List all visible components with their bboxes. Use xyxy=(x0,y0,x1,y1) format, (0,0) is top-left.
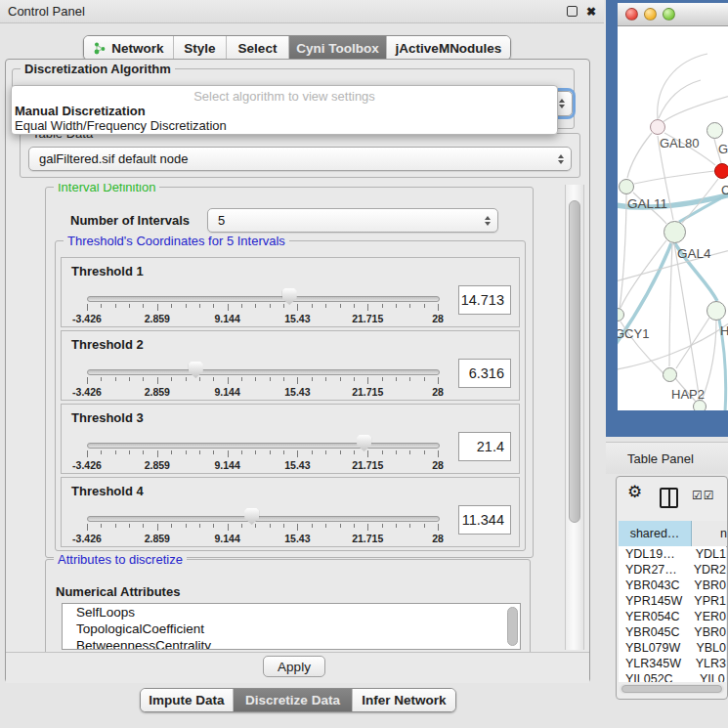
slider-tick-label: 2.859 xyxy=(145,386,170,398)
tab-style[interactable]: Style xyxy=(174,36,227,60)
threshold-value-field[interactable]: 14.713 xyxy=(458,285,511,315)
number-of-intervals-select[interactable]: 5 xyxy=(207,208,498,233)
threshold-slider-thumb[interactable] xyxy=(282,288,297,305)
slider-tick xyxy=(241,524,242,528)
tab-cyni-toolbox[interactable]: Cyni Toolbox xyxy=(289,36,387,60)
network-node[interactable] xyxy=(663,367,677,382)
network-node[interactable] xyxy=(619,179,634,194)
slider-tick xyxy=(129,524,130,528)
zoom-traffic-light-icon[interactable] xyxy=(663,8,675,21)
node-label: HAP2 xyxy=(671,387,705,402)
node-label: H xyxy=(720,323,728,338)
slider-tick xyxy=(129,304,130,308)
apply-button[interactable]: Apply xyxy=(263,656,325,677)
slider-tick-label: -3.426 xyxy=(72,386,102,398)
slider-tick-label: 21.715 xyxy=(352,386,383,398)
slider-tick-label: 21.715 xyxy=(352,313,383,324)
network-node[interactable] xyxy=(664,221,686,243)
table-hscrollbar-thumb[interactable] xyxy=(621,685,722,693)
tab-infer-network[interactable]: Infer Network xyxy=(353,689,455,711)
slider-tick xyxy=(228,377,229,384)
settings-scrollbar-thumb[interactable] xyxy=(569,200,580,523)
table-row[interactable]: YLR345WYLR3 xyxy=(619,656,726,671)
table-row[interactable]: YPR145WYPR1 xyxy=(619,593,726,609)
cell-shared-name: YIL052C xyxy=(619,671,692,682)
threshold-slider-thumb[interactable] xyxy=(189,362,203,378)
slider-tick xyxy=(424,304,425,308)
slider-tick xyxy=(438,524,439,531)
minimize-traffic-light-icon[interactable] xyxy=(644,8,657,21)
threshold-slider-track[interactable] xyxy=(87,516,440,522)
dropdown-option-manual-discretization[interactable]: Manual Discretization xyxy=(12,104,557,118)
column-header-shared-name[interactable]: shared… xyxy=(619,521,692,546)
slider-tick xyxy=(199,450,200,454)
network-node[interactable] xyxy=(707,122,723,139)
network-node[interactable] xyxy=(707,301,726,321)
table-row[interactable]: YIL052CYIL0 xyxy=(619,671,726,682)
slider-tick xyxy=(213,450,214,454)
network-canvas[interactable]: GAL80GACGAL11GAL4HGCY1HAP2 xyxy=(618,26,728,410)
slider-tick xyxy=(438,377,439,384)
slider-tick-label: 15.43 xyxy=(284,533,310,544)
threshold-slider-track[interactable] xyxy=(87,369,440,375)
cell-name: YDR2 xyxy=(686,562,726,578)
slider-tick xyxy=(283,524,284,528)
threshold-label: Threshold 3 xyxy=(71,410,144,425)
tab-select[interactable]: Select xyxy=(227,36,289,60)
numerical-attributes-list[interactable]: SelfLoopsTopologicalCoefficientBetweenne… xyxy=(62,603,521,650)
tab-network[interactable]: Network xyxy=(84,36,174,60)
slider-tick xyxy=(87,450,88,457)
network-node[interactable] xyxy=(714,163,728,179)
dropdown-option-equal-width[interactable]: Equal Width/Frequency Discretization xyxy=(12,118,557,133)
threshold-slider-track[interactable] xyxy=(87,296,440,302)
slider-tick xyxy=(354,377,355,381)
attribute-list-item[interactable]: BetweennessCentrality xyxy=(63,637,520,650)
threshold-value-field[interactable]: 11.344 xyxy=(458,505,511,535)
table-row[interactable]: YBR043CYBR0 xyxy=(619,578,726,593)
tab-impute-data[interactable]: Impute Data xyxy=(141,689,234,711)
slider-tick-label: -3.426 xyxy=(72,533,102,544)
table-row[interactable]: YER054CYER0 xyxy=(619,609,726,624)
slider-tick xyxy=(340,450,341,454)
threshold-slider-thumb[interactable] xyxy=(357,435,371,451)
table-hscrollbar[interactable] xyxy=(620,684,724,694)
select-columns-checkboxes-icon[interactable]: ☑☑ xyxy=(692,489,715,502)
slider-tick-label: 15.43 xyxy=(284,459,310,471)
attribute-list-item[interactable]: TopologicalCoefficient xyxy=(63,621,520,637)
slider-tick xyxy=(312,377,313,381)
threshold-slider-thumb[interactable] xyxy=(244,508,259,525)
threshold-slider-track[interactable] xyxy=(87,443,440,449)
table-row[interactable]: YBL079WYBL0 xyxy=(619,640,726,656)
float-window-icon[interactable] xyxy=(567,6,578,17)
list-scrollbar-thumb[interactable] xyxy=(507,607,518,646)
tab-discretize-data[interactable]: Discretize Data xyxy=(234,689,353,711)
table-data-selected-value: galFiltered.sif default node xyxy=(39,151,188,166)
gear-icon[interactable]: ⚙ xyxy=(627,484,642,500)
table-row[interactable]: YDR27…YDR2 xyxy=(619,562,726,578)
table-row[interactable]: YDL19…YDL1 xyxy=(619,546,726,562)
network-node[interactable] xyxy=(650,119,665,135)
threshold-value-field[interactable]: 6.316 xyxy=(458,359,511,388)
interval-definition-group-title: Interval Definition xyxy=(54,184,159,194)
table-row[interactable]: YBR045CYBR0 xyxy=(619,624,726,640)
network-window-titlebar[interactable] xyxy=(618,3,728,26)
slider-tick xyxy=(213,377,214,381)
slider-tick xyxy=(199,377,200,381)
numerical-attributes-label: Numerical Attributes xyxy=(56,584,180,599)
slider-tick xyxy=(228,450,229,457)
dropdown-placeholder-item: Select algorithm to view settings xyxy=(12,89,557,104)
slider-tick xyxy=(255,304,256,308)
columns-icon[interactable] xyxy=(660,488,678,508)
slider-tick xyxy=(424,377,425,381)
slider-tick xyxy=(312,304,313,308)
tab-jactivemnodules[interactable]: jActiveMNodules xyxy=(387,36,510,60)
attribute-list-item[interactable]: SelfLoops xyxy=(63,604,520,621)
threshold-value-field[interactable]: 21.4 xyxy=(458,432,511,461)
column-header-name[interactable]: na xyxy=(693,521,727,546)
table-data-select[interactable]: galFiltered.sif default node xyxy=(28,147,572,171)
slider-tick-label: 21.715 xyxy=(352,459,383,471)
node-label: GAL4 xyxy=(677,246,711,261)
settings-scrollbar[interactable] xyxy=(565,185,584,650)
close-icon[interactable]: ✖ xyxy=(586,6,596,18)
close-traffic-light-icon[interactable] xyxy=(625,8,638,21)
